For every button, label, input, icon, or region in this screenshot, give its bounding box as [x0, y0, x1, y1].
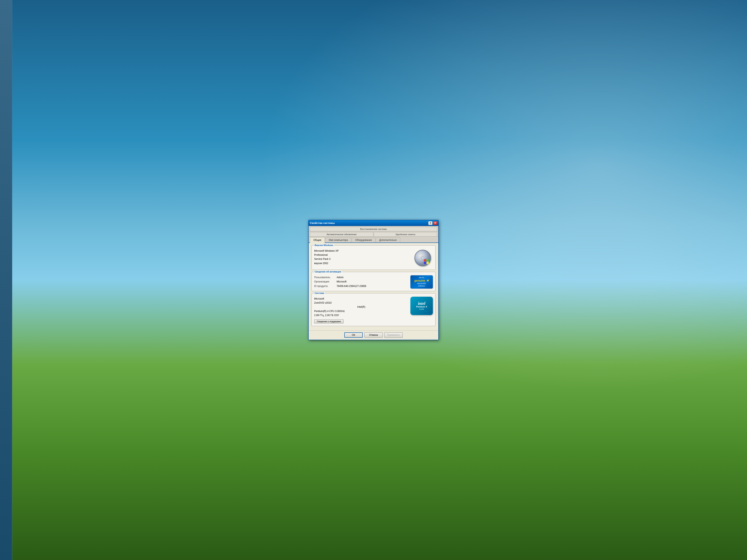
- close-button[interactable]: ✕: [433, 221, 437, 225]
- genuine-badge: ask for genuine ★ Microsoft® software: [410, 275, 433, 289]
- user-label: Пользователь:: [314, 275, 337, 280]
- sys-line4: Pentium(R) 4 CPU 3.00GHz: [314, 309, 408, 313]
- dialog-wrapper: Свойства системы ? ✕ Восстановление сист…: [308, 220, 439, 340]
- product-id-row: ID продукта: 76456-640-2394127-23856: [314, 284, 408, 289]
- system-info: Microsoft ZverDVD v2010 Intel(R) Pentium…: [314, 297, 408, 324]
- system-group: Система Microsoft ZverDVD v2010 Intel(R)…: [311, 293, 436, 326]
- system-properties-dialog: Свойства системы ? ✕ Восстановление сист…: [308, 220, 439, 340]
- title-bar: Свойства системы ? ✕: [309, 220, 438, 226]
- tab-general[interactable]: Общие: [310, 237, 325, 243]
- intel-badge: intel Pentium 4 inside: [410, 297, 433, 315]
- system-group-label: Система: [314, 292, 325, 294]
- secondary-tabs: Автоматическое обновление Удалённые сеан…: [310, 232, 437, 236]
- dialog-content: Восстановление системы Автоматическое об…: [309, 226, 438, 340]
- user-row: Пользователь: Admin: [314, 275, 408, 280]
- activation-label: Сведения об активации: [314, 270, 342, 273]
- user-value: Admin: [337, 275, 343, 280]
- dialog-buttons: ОК Отмена Применить: [309, 330, 438, 340]
- color-blue: [424, 262, 426, 264]
- system-section: Microsoft ZverDVD v2010 Intel(R) Pentium…: [314, 295, 433, 324]
- apply-button[interactable]: Применить: [384, 332, 403, 338]
- sys-line3: Intel(R): [314, 305, 408, 309]
- xp-logo: [412, 249, 433, 267]
- genuine-software: software: [418, 285, 425, 287]
- product-id-value: 76456-640-2394127-23856: [337, 284, 366, 289]
- product-id-label: ID продукта:: [314, 284, 337, 289]
- intel-pentium4: Pentium 4: [416, 305, 427, 308]
- color-green: [427, 259, 429, 262]
- tab-computer-name[interactable]: Имя компьютера: [325, 237, 351, 242]
- windows-version-group: Версия Windows Microsoft Windows XP Prof…: [311, 245, 436, 270]
- genuine-star: ★: [426, 279, 429, 282]
- title-bar-buttons: ? ✕: [428, 221, 437, 225]
- color-yellow: [427, 262, 429, 264]
- activation-group: Сведения об активации Пользователь: Admi…: [311, 272, 436, 291]
- cancel-button[interactable]: Отмена: [364, 332, 383, 338]
- activation-section: Пользователь: Admin Организация: Microso…: [314, 274, 433, 289]
- color-red: [424, 259, 426, 262]
- sys-line2: ZverDVD v2010: [314, 301, 408, 305]
- win-line4: версия 2002: [314, 261, 410, 265]
- tab-auto-update[interactable]: Автоматическое обновление: [310, 232, 373, 236]
- org-row: Организация: Microsoft: [314, 279, 408, 284]
- tab-recovery[interactable]: Восстановление системы: [310, 227, 437, 231]
- help-button[interactable]: ?: [428, 221, 432, 225]
- panel-general: Версия Windows Microsoft Windows XP Prof…: [309, 243, 438, 331]
- win-line1: Microsoft Windows XP: [314, 249, 410, 253]
- win-line3: Service Pack 3: [314, 257, 410, 261]
- org-value: Microsoft: [337, 279, 346, 284]
- sys-line1: Microsoft: [314, 297, 408, 301]
- version-section: Microsoft Windows XP Professional Servic…: [314, 248, 433, 267]
- tab-advanced[interactable]: Дополнительно: [376, 237, 400, 242]
- activation-info: Пользователь: Admin Организация: Microso…: [314, 275, 408, 289]
- intel-inside: inside: [419, 308, 424, 310]
- org-label: Организация:: [314, 279, 337, 284]
- tab-hardware[interactable]: Оборудование: [352, 237, 375, 242]
- tab-remote[interactable]: Удалённые сеансы: [374, 232, 437, 236]
- genuine-ask-for: ask for: [419, 276, 424, 279]
- version-info: Microsoft Windows XP Professional Servic…: [314, 249, 410, 266]
- cd-icon: [414, 250, 431, 266]
- genuine-main-text: genuine ★: [414, 279, 429, 283]
- support-button[interactable]: Сведения о поддержке: [314, 319, 343, 323]
- win-line2: Professional: [314, 253, 410, 257]
- intel-logo-text: intel: [418, 301, 426, 305]
- sys-line5: 2,99 ГГц, 2,00 ГБ ОЗУ: [314, 313, 408, 317]
- recovery-tab-row: Восстановление системы: [309, 226, 438, 231]
- windows-version-label: Версия Windows: [314, 244, 334, 246]
- dialog-title: Свойства системы: [310, 221, 335, 224]
- main-tabs: Общие Имя компьютера Оборудование Дополн…: [309, 237, 438, 243]
- genuine-microsoft: Microsoft®: [417, 283, 426, 285]
- windows-colors: [424, 259, 429, 264]
- taskbar-left: [0, 0, 12, 560]
- ok-button[interactable]: ОК: [344, 332, 363, 338]
